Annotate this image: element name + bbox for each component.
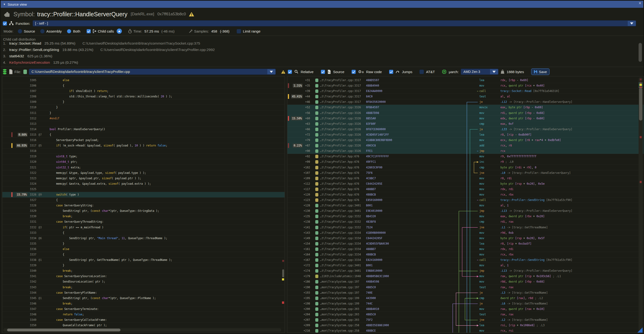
asm-row[interactable]: +141…t\TracyProfiler.cpp:33327524jne.L1 …	[288, 225, 644, 230]
radio-both[interactable]	[67, 29, 71, 33]
source-row[interactable]: 3327 {	[2, 197, 284, 203]
jumps-label[interactable]: Jumps	[402, 70, 412, 74]
asm-row[interactable]: +164…t\TracyProfiler.cpp:3334488BCBmovrc…	[288, 252, 644, 257]
asm-row[interactable]: +172…t\TracyProfiler.cpp:3401B001moval, …	[288, 263, 644, 268]
source-row[interactable]: 3329 SendString( ptr, (const char*)ptr, …	[2, 208, 284, 214]
function-checkbox[interactable]	[2, 21, 7, 26]
asm-row[interactable]: +102…t\TracyProfiler.hpp:67642803C0F00cm…	[288, 165, 644, 170]
source-row[interactable]: 3306 {	[2, 83, 284, 88]
source-row[interactable]: 3311}	[2, 110, 284, 116]
asm-row[interactable]: +63…t\TracyProfiler.cpp:332683F80Fcmpeax…	[288, 121, 644, 127]
asm-row[interactable]: +143…t\TracyProfiler.cpp:333441B90B00000…	[288, 230, 644, 236]
source-row[interactable]: 3312#endif	[2, 116, 284, 121]
source-row[interactable]: 3341 case ServerQuerySourceLocation:	[2, 274, 284, 279]
source-row[interactable]: 3319 uint8_t type;	[2, 154, 284, 159]
title-bar[interactable]: ▼ Source view	[1, 1, 643, 8]
asm-row[interactable]: +204…mon\TracySystem.cpp:2034885C0testra…	[288, 312, 644, 317]
source-row[interactable]: 3323 memcpy( &ptr, &payload.ptr, sizeof(…	[2, 176, 284, 181]
asm-row[interactable]: +207…mon\TracySystem.cpp:20375F2jne.L2 -…	[288, 317, 644, 323]
source-hscrollbar[interactable]	[3, 328, 281, 332]
source-row[interactable]: 3324 memcpy( &extra, &payload.extra, siz…	[2, 181, 284, 186]
asm-row[interactable]: 1.31%+35…t\TracyProfiler.cpp:3317488B494…	[288, 83, 644, 88]
source-row[interactable]: 3313	[2, 121, 284, 127]
asm-row[interactable]: +138…t\TracyProfiler.cpp:3332483BF8cmprd…	[288, 219, 644, 225]
asm-row[interactable]: +149…t\TracyProfiler.cpp:3334C64424205Fm…	[288, 236, 644, 241]
source-row[interactable]: 0.66%3315@7{	[2, 132, 284, 138]
chevron-down-icon[interactable]	[267, 69, 275, 74]
asm-row[interactable]: +31…t\TracyProfiler.cpp:3317488D5597lear…	[288, 78, 644, 83]
raw-code-label[interactable]: Raw code	[366, 70, 382, 74]
asm-row[interactable]: +154…t\TracyProfiler.cpp:33344C8D055FBA0…	[288, 241, 644, 246]
assembly-vscroll-thumb[interactable]	[639, 88, 642, 121]
asm-row[interactable]: +66…t\TracyProfiler.cpp:33260F87CE060000…	[288, 127, 644, 132]
source-row[interactable]: 3339 }	[2, 263, 284, 268]
source-row[interactable]: 3336 else	[2, 246, 284, 252]
source-row[interactable]: 3320 uint64_t ptr;	[2, 159, 284, 165]
radio-assembly[interactable]	[40, 29, 45, 33]
source-row[interactable]: 3347 case ServerQueryTerminate:	[2, 306, 284, 312]
chevron-down-icon[interactable]	[628, 21, 636, 26]
resize-grip[interactable]	[638, 328, 642, 333]
source-row[interactable]: 3305 else	[2, 78, 284, 83]
asm-row[interactable]: +193…mon\TracySystem.cpp:197740Eje.L3 ->…	[288, 290, 644, 296]
source-row[interactable]: 3325	[2, 186, 284, 192]
asm-row[interactable]: +216…mon\TracySystem.cpp:258488BCEmovrcx…	[288, 328, 644, 333]
source-checkbox[interactable]	[321, 70, 325, 74]
source-row[interactable]: 3310 }	[2, 105, 284, 110]
asm-row[interactable]: +198…mon\TracySystem.cpp:199744Cje.L6 ->…	[288, 301, 644, 306]
source-row[interactable]: 3349 case ServerQueryCallstackFrame:	[2, 317, 284, 323]
asm-row[interactable]: +92…t\TracyProfiler.hpp:67649C7C1FFFFFFF…	[288, 154, 644, 159]
source-row[interactable]: 46.93%3317@5 if( !m_sock->Read( &payload…	[2, 143, 284, 148]
source-row[interactable]: 3318	[2, 148, 284, 154]
asm-row[interactable]: 15.50%+60…t\TracyProfiler.cpp:33268B55A0…	[288, 116, 644, 121]
source-row[interactable]: 3307 if( shouldExit ) return;	[2, 88, 284, 94]
source-row[interactable]: 3350 QueueCallstackFrame( ptr );	[2, 323, 284, 328]
source-row[interactable]: 3321 uint32_t extra;	[2, 165, 284, 170]
source-row[interactable]: 3331 case ServerQueryThreadString:	[2, 219, 284, 225]
collapse-icon[interactable]: ▼	[3, 3, 6, 6]
source-row[interactable]: 3328 case ServerQueryString:	[2, 203, 284, 208]
distribution-item[interactable]: 1.tracy::Socket::Read25.25 ms (54.89%)C:…	[0, 41, 644, 48]
source-row[interactable]: 3337 {	[2, 252, 284, 257]
source-row[interactable]: 3309 }	[2, 99, 284, 105]
source-row[interactable]: 3330 break;	[2, 214, 284, 219]
save-button[interactable]: Save	[531, 68, 550, 75]
distribution-scrollbar[interactable]	[638, 43, 642, 62]
asm-row[interactable]: +117…t\TracyProfiler.hpp:676488BD7movrdx…	[288, 186, 644, 192]
asm-row[interactable]: +107…t\TracyProfiler.hpp:67675F6jne.L0 -…	[288, 170, 644, 176]
source-row[interactable]: 3338@1 SendString( ptr, GetThreadName( p…	[2, 257, 284, 263]
raw-code-checkbox[interactable]	[352, 70, 356, 74]
chevron-down-icon[interactable]	[490, 69, 498, 74]
function-select[interactable]: [ - self - ]	[32, 20, 636, 26]
att-label[interactable]: AT&T	[426, 70, 435, 74]
source-row[interactable]: 3314bool Profiler::HandleServerQuery()	[2, 127, 284, 132]
source-row[interactable]: 3334@6 SendString( ptr, "Main thread", 1…	[2, 236, 284, 241]
source-row[interactable]: 3345@1 SendString( ptr, (const char*)ptr…	[2, 296, 284, 301]
asm-row[interactable]: +190…mon\TracySystem.cpp:1974885C0testra…	[288, 285, 644, 290]
limit-range-label[interactable]: Limit range	[243, 29, 260, 33]
asm-row[interactable]: +112…t\TracyProfiler.hpp:676C64424205Emo…	[288, 181, 644, 186]
relative-checkbox[interactable]	[288, 70, 292, 74]
radio-source-label[interactable]: Source	[24, 29, 35, 33]
source-row[interactable]: 3342 SendSourceLocation( ptr );	[2, 279, 284, 285]
asm-row[interactable]: +130…t\TracyProfiler.cpp:3401E9E4010000j…	[288, 208, 644, 214]
asm-row[interactable]: +209…mon\TracySystem.cpp:258488D35E88610…	[288, 323, 644, 328]
asm-row[interactable]: +72…t\TracyProfiler.cpp:33264C8D05F146F2…	[288, 132, 644, 138]
source-vscroll-thumb[interactable]	[282, 269, 284, 277]
source-row[interactable]: 3335 }	[2, 241, 284, 246]
att-checkbox[interactable]	[420, 70, 424, 74]
parent-function-button[interactable]	[117, 28, 122, 34]
asm-row[interactable]: +128…t\TracyProfiler.cpp:3401B001moval, …	[288, 203, 644, 208]
distribution-item[interactable]: 3.stat64i32625 μs (1.36%)	[0, 54, 644, 60]
asm-row[interactable]: +120…t\TracyProfiler.hpp:676488BCBmovrcx…	[288, 192, 644, 197]
asm-row[interactable]: +39…t\TracyProfiler.cpp:3317E824AA0000←c…	[288, 88, 644, 94]
asm-row[interactable]: +200…mon\TracySystem.cpp:203488B4010movr…	[288, 306, 644, 312]
asm-row[interactable]: +195…mon\TracySystem.cpp:199443900cmpdwo…	[288, 296, 644, 301]
radio-both-label[interactable]: Both	[73, 29, 80, 33]
distribution-item[interactable]: 2.tracy::Profiler::SendLongString19.88 m…	[0, 48, 644, 54]
asm-row[interactable]: 0.22%+87…t\TracyProfiler.cpp:33264903C8a…	[288, 143, 644, 148]
distribution-item[interactable]: 4.KeSynchronizeExecution125 μs (0.27%)	[0, 60, 644, 67]
source-row[interactable]: 3308 std::this_thread::sleep_for( std::c…	[2, 94, 284, 99]
source-row[interactable]: 3340 break;	[2, 268, 284, 274]
child-calls-label[interactable]: Child calls	[98, 29, 114, 33]
